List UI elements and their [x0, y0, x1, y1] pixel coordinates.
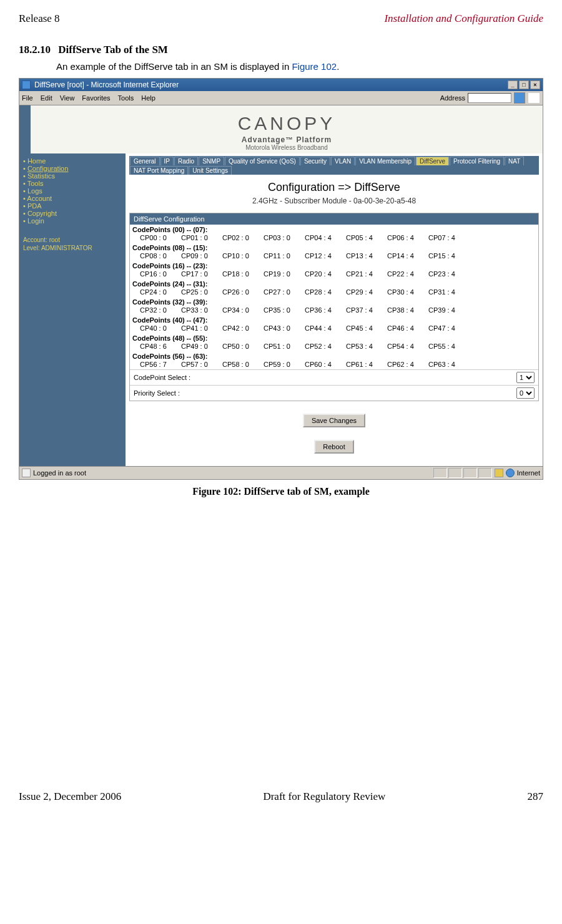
codepoint-value: CP53 : 4 — [346, 343, 387, 350]
codepoint-value: CP63 : 4 — [428, 361, 470, 368]
account-user: Account: root — [23, 236, 122, 244]
codepoint-value: CP19 : 0 — [264, 270, 305, 278]
address-input[interactable] — [468, 93, 511, 103]
codepoint-value: CP34 : 0 — [222, 306, 264, 314]
codepoint-value: CP03 : 0 — [264, 234, 305, 241]
config-tab[interactable]: IP — [160, 157, 174, 165]
codepoint-group-label: CodePoints (40) -- (47): — [130, 315, 538, 324]
sidebar-item[interactable]: Home — [23, 157, 122, 165]
config-tab[interactable]: Quality of Service (QoS) — [225, 157, 300, 165]
tab-row: GeneralIPRadioSNMPQuality of Service (Qo… — [129, 156, 539, 175]
sidebar: HomeConfigurationStatisticsToolsLogsAcco… — [19, 153, 126, 466]
codepoint-value: CP22 : 4 — [387, 270, 428, 278]
codepoint-value: CP17 : 0 — [181, 270, 222, 278]
config-tab[interactable]: SNMP — [199, 157, 224, 165]
config-box: DiffServe Configuration CodePoints (00) … — [129, 213, 539, 401]
close-button[interactable]: × — [530, 80, 540, 89]
status-text: Logged in as root — [33, 469, 86, 477]
config-tab[interactable]: Security — [300, 157, 330, 165]
sidebar-item[interactable]: Copyright — [23, 210, 122, 217]
account-level: Level: ADMINISTRATOR — [23, 244, 122, 252]
codepoint-value: CP38 : 4 — [387, 306, 428, 314]
codepoint-value: CP08 : 0 — [140, 252, 181, 260]
status-icon — [22, 469, 31, 477]
config-tab[interactable]: NAT — [505, 157, 524, 165]
codepoint-value: CP59 : 0 — [264, 361, 305, 368]
codepoint-group-label: CodePoints (24) -- (31): — [130, 279, 538, 288]
sidebar-item[interactable]: Configuration — [23, 165, 122, 172]
section-number: 18.2.10 — [19, 44, 51, 56]
go-button[interactable] — [514, 92, 525, 104]
sidebar-item[interactable]: Statistics — [23, 172, 122, 180]
codepoint-value: CP29 : 4 — [346, 288, 387, 296]
codepoint-value: CP00 : 0 — [140, 234, 181, 241]
codepoint-group-label: CodePoints (48) -- (55): — [130, 333, 538, 342]
codepoint-value: CP52 : 4 — [305, 343, 346, 350]
menu-edit[interactable]: Edit — [41, 94, 52, 102]
config-box-title: DiffServe Configuration — [130, 213, 538, 225]
codepoint-select[interactable]: 1 — [516, 372, 535, 383]
menu-tools[interactable]: Tools — [118, 94, 134, 102]
maximize-button[interactable]: □ — [519, 80, 529, 89]
config-tab[interactable]: Radio — [174, 157, 198, 165]
module-line: 2.4GHz - Subscriber Module - 0a-00-3e-20… — [129, 197, 539, 205]
codepoint-value: CP55 : 4 — [428, 343, 470, 350]
config-tab[interactable]: NAT Port Mapping — [130, 166, 188, 175]
internet-zone-icon — [506, 469, 515, 477]
codepoint-value: CP56 : 7 — [140, 361, 181, 368]
codepoint-value: CP36 : 4 — [305, 306, 346, 314]
lock-icon — [495, 469, 503, 477]
sidebar-item[interactable]: Tools — [23, 180, 122, 187]
config-tab[interactable]: VLAN Membership — [355, 157, 415, 165]
codepoint-value: CP46 : 4 — [387, 324, 428, 332]
codepoint-value: CP04 : 4 — [305, 234, 346, 241]
codepoint-value: CP02 : 0 — [222, 234, 264, 241]
codepoint-value: CP09 : 0 — [181, 252, 222, 260]
codepoint-value: CP27 : 0 — [264, 288, 305, 296]
config-tab[interactable]: VLAN — [331, 157, 355, 165]
menu-view[interactable]: View — [60, 94, 75, 102]
figure-caption: Figure 102: DiffServe tab of SM, example — [19, 486, 543, 497]
footer-status: Draft for Regulatory Review — [263, 790, 385, 803]
brand-sub-bold: Advantage™ Platform — [242, 135, 332, 144]
config-tab[interactable]: Protocol Filtering — [450, 157, 504, 165]
sidebar-item[interactable]: Login — [23, 217, 122, 225]
codepoint-value: CP41 : 0 — [181, 324, 222, 332]
menubar: File Edit View Favorites Tools Help Addr… — [19, 91, 543, 105]
sidebar-item[interactable]: Account — [23, 195, 122, 202]
codepoint-value: CP54 : 4 — [387, 343, 428, 350]
config-tab[interactable]: General — [130, 157, 160, 165]
menu-help[interactable]: Help — [141, 94, 155, 102]
codepoint-value: CP43 : 0 — [264, 324, 305, 332]
codepoint-value: CP50 : 0 — [222, 343, 264, 350]
codepoint-group-label: CodePoints (56) -- (63): — [130, 351, 538, 360]
menu-favorites[interactable]: Favorites — [82, 94, 110, 102]
codepoint-value: CP58 : 0 — [222, 361, 264, 368]
priority-select[interactable]: 0 — [516, 387, 535, 399]
figure-link[interactable]: Figure 102 — [292, 61, 337, 72]
menu-file[interactable]: File — [22, 94, 33, 102]
codepoint-value: CP13 : 4 — [346, 252, 387, 260]
address-label: Address — [440, 94, 465, 102]
reboot-button[interactable]: Reboot — [314, 440, 353, 454]
codepoint-value: CP21 : 4 — [346, 270, 387, 278]
minimize-button[interactable]: _ — [508, 80, 518, 89]
page-title: Configuration => DiffServe — [129, 181, 539, 194]
config-tab[interactable]: Unit Settings — [189, 166, 232, 175]
codepoint-value: CP30 : 4 — [387, 288, 428, 296]
codepoint-group-label: CodePoints (00) -- (07): — [130, 225, 538, 233]
footer-page: 287 — [527, 790, 543, 803]
sidebar-item[interactable]: PDA — [23, 202, 122, 210]
config-tab[interactable]: DiffServe — [416, 157, 449, 165]
screenshot-window: DiffServe [root] - Microsoft Internet Ex… — [19, 78, 543, 480]
codepoint-group-label: CodePoints (08) -- (15): — [130, 243, 538, 251]
codepoint-value: CP40 : 0 — [140, 324, 181, 332]
sidebar-item[interactable]: Logs — [23, 187, 122, 195]
section-title: DiffServe Tab of the SM — [58, 44, 168, 56]
codepoint-value: CP35 : 0 — [264, 306, 305, 314]
release-label: Release 8 — [19, 12, 60, 25]
save-changes-button[interactable]: Save Changes — [303, 414, 365, 427]
codepoint-value: CP16 : 0 — [140, 270, 181, 278]
codepoint-value: CP20 : 4 — [305, 270, 346, 278]
codepoint-value: CP47 : 4 — [428, 324, 470, 332]
